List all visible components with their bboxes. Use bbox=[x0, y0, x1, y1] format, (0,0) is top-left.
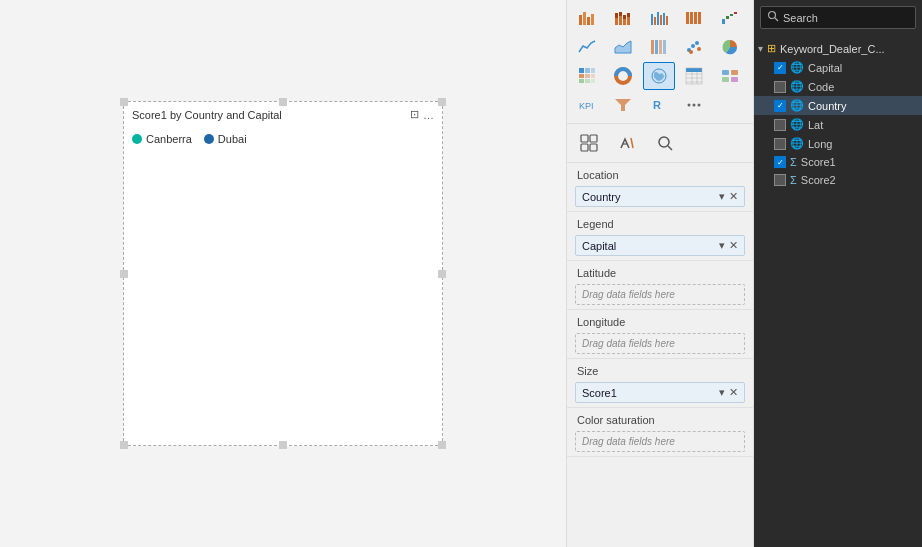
ribbon-chart-icon[interactable] bbox=[643, 33, 675, 61]
size-remove-icon[interactable]: ✕ bbox=[729, 386, 738, 399]
r-visual-icon[interactable]: R bbox=[643, 91, 675, 119]
filled-map-icon[interactable] bbox=[643, 62, 675, 90]
fields-tab-button[interactable] bbox=[571, 128, 607, 158]
format-tab-button[interactable] bbox=[609, 128, 645, 158]
svg-rect-10 bbox=[627, 17, 630, 25]
location-remove-icon[interactable]: ✕ bbox=[729, 190, 738, 203]
resize-handle-tl[interactable] bbox=[120, 98, 128, 106]
location-field-pill[interactable]: Country ▾ ✕ bbox=[575, 186, 745, 207]
svg-rect-19 bbox=[690, 12, 693, 24]
field-item-long[interactable]: 🌐 Long bbox=[754, 134, 922, 153]
field-checkbox-score2[interactable] bbox=[774, 174, 786, 186]
tree-expand-arrow[interactable]: ▾ bbox=[758, 43, 763, 54]
matrix-icon[interactable] bbox=[571, 62, 603, 90]
donut-chart-icon[interactable] bbox=[607, 62, 639, 90]
funnel-icon[interactable] bbox=[607, 91, 639, 119]
svg-rect-18 bbox=[686, 12, 689, 24]
expand-icon[interactable]: ⊡ bbox=[410, 108, 419, 121]
svg-rect-22 bbox=[722, 19, 725, 24]
legend-remove-icon[interactable]: ✕ bbox=[729, 239, 738, 252]
chart-container[interactable]: Score1 by Country and Capital ⊡ … Canber… bbox=[123, 101, 443, 446]
field-item-country[interactable]: ✓ 🌐 Country bbox=[754, 96, 922, 115]
svg-point-34 bbox=[697, 47, 701, 51]
field-checkbox-capital[interactable]: ✓ bbox=[774, 62, 786, 74]
scatter-chart-icon[interactable] bbox=[678, 33, 710, 61]
location-section: Location Country ▾ ✕ bbox=[567, 163, 753, 212]
search-box[interactable]: Search bbox=[760, 6, 916, 29]
svg-rect-3 bbox=[591, 14, 594, 25]
search-input[interactable]: Search bbox=[783, 12, 818, 24]
size-label: Size bbox=[567, 359, 753, 380]
pie-chart-icon[interactable] bbox=[714, 33, 746, 61]
tree-root-item[interactable]: ▾ ⊞ Keyword_Dealer_C... bbox=[754, 39, 922, 58]
more-visuals-icon[interactable] bbox=[678, 91, 710, 119]
resize-handle-br[interactable] bbox=[438, 441, 446, 449]
resize-handle-ml[interactable] bbox=[120, 270, 128, 278]
resize-handle-tr[interactable] bbox=[438, 98, 446, 106]
legend-area: Canberra Dubai bbox=[124, 125, 442, 145]
resize-handle-bl[interactable] bbox=[120, 441, 128, 449]
checkmark-country: ✓ bbox=[777, 101, 784, 110]
size-pill-icons: ▾ ✕ bbox=[719, 386, 738, 399]
search-icon bbox=[767, 10, 779, 25]
resize-handle-mr[interactable] bbox=[438, 270, 446, 278]
color-saturation-drop-zone[interactable]: Drag data fields here bbox=[575, 431, 745, 452]
field-checkbox-lat[interactable] bbox=[774, 119, 786, 131]
svg-line-75 bbox=[775, 18, 778, 21]
svg-rect-28 bbox=[655, 40, 658, 54]
svg-rect-49 bbox=[686, 68, 702, 72]
size-field-pill[interactable]: Score1 ▾ ✕ bbox=[575, 382, 745, 403]
field-type-icon-country: 🌐 bbox=[790, 99, 804, 112]
resize-handle-tm[interactable] bbox=[279, 98, 287, 106]
line-chart-icon[interactable] bbox=[571, 33, 603, 61]
fields-panel: Search ▾ ⊞ Keyword_Dealer_C... ✓ 🌐 Capit… bbox=[754, 0, 922, 547]
svg-rect-41 bbox=[585, 74, 590, 78]
svg-rect-66 bbox=[581, 135, 588, 142]
field-label-score1: Score1 bbox=[801, 156, 836, 168]
legend-dropdown-icon[interactable]: ▾ bbox=[719, 239, 725, 252]
svg-rect-44 bbox=[585, 79, 590, 83]
analytics-tab-button[interactable] bbox=[647, 128, 683, 158]
field-item-code[interactable]: 🌐 Code bbox=[754, 77, 922, 96]
field-item-lat[interactable]: 🌐 Lat bbox=[754, 115, 922, 134]
100pct-bar-icon[interactable] bbox=[678, 4, 710, 32]
field-item-capital[interactable]: ✓ 🌐 Capital bbox=[754, 58, 922, 77]
field-type-icon-long: 🌐 bbox=[790, 137, 804, 150]
size-dropdown-icon[interactable]: ▾ bbox=[719, 386, 725, 399]
field-item-score2[interactable]: Σ Score2 bbox=[754, 171, 922, 189]
svg-rect-14 bbox=[657, 12, 659, 25]
clustered-col-icon[interactable] bbox=[643, 4, 675, 32]
color-saturation-section: Color saturation Drag data fields here bbox=[567, 408, 753, 457]
more-options-icon[interactable]: … bbox=[423, 109, 434, 121]
svg-rect-8 bbox=[623, 19, 626, 25]
latitude-drop-zone[interactable]: Drag data fields here bbox=[575, 284, 745, 305]
legend-label: Legend bbox=[567, 212, 753, 233]
field-checkbox-country[interactable]: ✓ bbox=[774, 100, 786, 112]
canvas-area: Score1 by Country and Capital ⊡ … Canber… bbox=[0, 0, 566, 547]
svg-marker-26 bbox=[615, 41, 631, 53]
svg-point-65 bbox=[698, 104, 701, 107]
field-type-icon-score2: Σ bbox=[790, 174, 797, 186]
field-checkbox-score1[interactable]: ✓ bbox=[774, 156, 786, 168]
stacked-bar-icon[interactable] bbox=[607, 4, 639, 32]
waterfall-icon[interactable] bbox=[714, 4, 746, 32]
table-icon[interactable] bbox=[678, 62, 710, 90]
area-chart-icon[interactable] bbox=[607, 33, 639, 61]
field-checkbox-code[interactable] bbox=[774, 81, 786, 93]
card-icon[interactable] bbox=[714, 62, 746, 90]
svg-rect-6 bbox=[619, 16, 622, 25]
longitude-drop-zone[interactable]: Drag data fields here bbox=[575, 333, 745, 354]
legend-dot-dubai bbox=[204, 134, 214, 144]
legend-field-value: Capital bbox=[582, 240, 616, 252]
field-checkbox-long[interactable] bbox=[774, 138, 786, 150]
kpi-icon[interactable]: KPI bbox=[571, 91, 603, 119]
field-item-score1[interactable]: ✓ Σ Score1 bbox=[754, 153, 922, 171]
resize-handle-bm[interactable] bbox=[279, 441, 287, 449]
svg-rect-56 bbox=[722, 70, 729, 75]
location-field-value: Country bbox=[582, 191, 621, 203]
location-label: Location bbox=[567, 163, 753, 184]
location-dropdown-icon[interactable]: ▾ bbox=[719, 190, 725, 203]
bar-chart-icon[interactable] bbox=[571, 4, 603, 32]
legend-field-pill[interactable]: Capital ▾ ✕ bbox=[575, 235, 745, 256]
svg-rect-17 bbox=[666, 16, 668, 25]
